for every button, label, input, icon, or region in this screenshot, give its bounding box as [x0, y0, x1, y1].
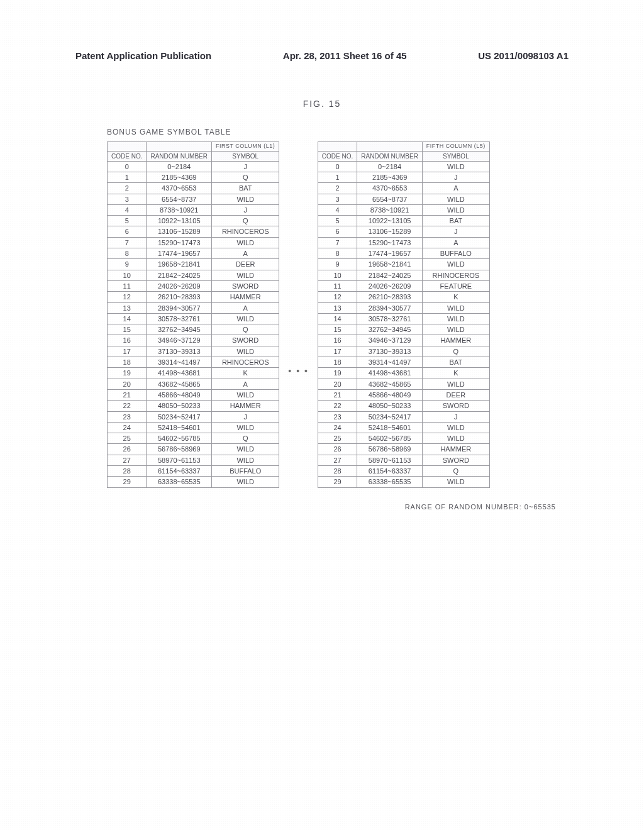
table-row: 48738~10921J	[108, 204, 279, 215]
table-cell: WILD	[422, 324, 489, 335]
table-cell: 45866~48049	[357, 389, 423, 400]
table-cell: WILD	[212, 237, 279, 248]
table-row: 2452418~54601WILD	[108, 422, 279, 433]
table-cell: 19	[318, 368, 357, 379]
table-cell: 9	[108, 259, 147, 270]
table-cell: 43682~45865	[357, 379, 423, 389]
range-note: RANGE OF RANDOM NUMBER: 0~65535	[75, 503, 569, 511]
table-cell: 18	[108, 357, 147, 368]
table-cell: 63338~65535	[357, 477, 423, 487]
table-cell: 37130~39313	[147, 346, 212, 357]
table-row: 817474~19657A	[108, 248, 279, 259]
table-cell: SWORD	[422, 455, 489, 465]
table-cell: WILD	[422, 379, 489, 389]
table-cell: 0~2184	[357, 161, 423, 172]
table-cell: 58970~61153	[357, 455, 423, 465]
figure-block: FIG. 15 BONUS GAME SYMBOL TABLE FIRST CO…	[0, 67, 644, 511]
table-cell: 5	[108, 216, 147, 226]
table-row: 2656786~58969WILD	[108, 444, 279, 455]
column-span-left: FIRST COLUMN (L1)	[212, 142, 279, 152]
table-cell: 56786~58969	[357, 444, 423, 455]
table-cell: WILD	[212, 270, 279, 280]
table-cell: WILD	[212, 444, 279, 455]
table-cell: 50234~52417	[357, 411, 423, 422]
table-cell: 2185~4369	[357, 172, 423, 182]
table-cell: 2	[108, 183, 147, 194]
table-cell: 32762~34945	[147, 324, 212, 335]
table-row: 24370~6553BAT	[108, 183, 279, 194]
table-cell: WILD	[212, 313, 279, 324]
col-blank	[108, 142, 147, 152]
table-row: 919658~21841DEER	[108, 259, 279, 270]
table-cell: 6554~8737	[147, 194, 212, 204]
table-cell: 29	[318, 477, 357, 487]
table-cell: 3	[318, 194, 357, 204]
table-cell: 7	[318, 237, 357, 248]
table-cell: HAMMER	[422, 444, 489, 455]
table-row: 12185~4369J	[318, 172, 489, 182]
table-row: 2963338~65535WILD	[108, 477, 279, 487]
table-cell: 13	[318, 302, 357, 313]
table-row: 1430578~32761WILD	[108, 313, 279, 324]
table-cell: 10922~13105	[147, 216, 212, 226]
table-cell: 10	[318, 270, 357, 280]
table-cell: 5	[318, 216, 357, 226]
table-cell: 17	[108, 346, 147, 357]
table-cell: 11	[108, 280, 147, 291]
header-center: Apr. 28, 2011 Sheet 16 of 45	[283, 50, 407, 61]
table-cell: 24026~26209	[147, 280, 212, 291]
page-header: Patent Application Publication Apr. 28, …	[0, 0, 644, 67]
table-cell: 52418~54601	[147, 422, 212, 433]
col-header-code: CODE NO.	[318, 151, 357, 161]
figure-label: FIG. 15	[75, 99, 569, 109]
table-cell: 34946~37129	[147, 335, 212, 346]
table-row: 919658~21841WILD	[318, 259, 489, 270]
table-cell: A	[422, 237, 489, 248]
table-cell: 24026~26209	[357, 280, 423, 291]
table-cell: 28394~30577	[147, 302, 212, 313]
col-header-symbol: SYMBOL	[422, 151, 489, 161]
table-cell: 54602~56785	[147, 433, 212, 444]
table-cell: 27	[108, 455, 147, 465]
table-cell: 21	[318, 389, 357, 400]
table-cell: 26	[108, 444, 147, 455]
table-cell: HAMMER	[212, 292, 279, 302]
table-cell: 30578~32761	[357, 313, 423, 324]
table-cell: 26	[318, 444, 357, 455]
table-cell: Q	[422, 346, 489, 357]
table-row: 2554602~56785WILD	[318, 433, 489, 444]
table-cell: 41498~43681	[357, 368, 423, 379]
table-row: 2963338~65535WILD	[318, 477, 489, 487]
table-cell: 6	[318, 226, 357, 237]
table-cell: 0~2184	[147, 161, 212, 172]
table-cell: 54602~56785	[357, 433, 423, 444]
table-cell: J	[422, 172, 489, 182]
table-cell: 9	[318, 259, 357, 270]
table-cell: 50234~52417	[147, 411, 212, 422]
ellipsis-icon: • • •	[288, 366, 308, 376]
table-row: 1226210~28393K	[318, 292, 489, 302]
table-cell: A	[212, 248, 279, 259]
table-cell: 7	[108, 237, 147, 248]
table-cell: 10922~13105	[357, 216, 423, 226]
table-cell: 14	[108, 313, 147, 324]
table-cell: 39314~41497	[357, 357, 423, 368]
col-header-random: RANDOM NUMBER	[147, 151, 212, 161]
table-row: 2248050~50233HAMMER	[108, 401, 279, 411]
table-cell: 15290~17473	[357, 237, 423, 248]
symbol-table-left: FIRST COLUMN (L1) CODE NO. RANDOM NUMBER…	[107, 141, 279, 488]
table-cell: BAT	[422, 357, 489, 368]
table-row: 1839314~41497BAT	[318, 357, 489, 368]
table-cell: DEER	[212, 259, 279, 270]
table-row: 1532762~34945WILD	[318, 324, 489, 335]
table-cell: 14	[318, 313, 357, 324]
table-row: 1941498~43681K	[318, 368, 489, 379]
table-cell: 20	[108, 379, 147, 389]
table-cell: HAMMER	[212, 401, 279, 411]
table-cell: 8	[108, 248, 147, 259]
table-row: 1430578~32761WILD	[318, 313, 489, 324]
table-cell: 56786~58969	[147, 444, 212, 455]
table-cell: BAT	[212, 183, 279, 194]
table-title: BONUS GAME SYMBOL TABLE	[107, 128, 569, 136]
table-cell: BUFFALO	[212, 466, 279, 477]
